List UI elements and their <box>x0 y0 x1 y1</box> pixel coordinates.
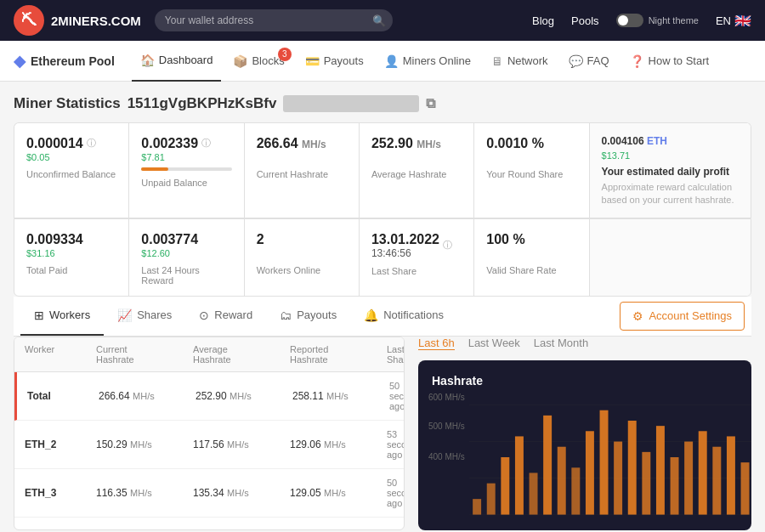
language-selector[interactable]: EN 🇬🇧 <box>716 13 751 29</box>
chart-label-400: 400 MH/s <box>428 452 465 461</box>
svg-rect-10 <box>558 447 566 515</box>
svg-rect-11 <box>571 467 580 514</box>
nav-miners-label: Miners Online <box>403 54 471 67</box>
eth-icon: ◆ <box>14 52 26 71</box>
main-content: Miner Statistics 1511gVgBKPHzKsBfv ⧉ 0.0… <box>0 82 765 532</box>
unpaid-value: 0.002339 <box>141 135 198 151</box>
estimated-label: Your estimated daily profit <box>602 166 739 178</box>
theme-toggle: Night theme <box>616 14 699 27</box>
nav-faq[interactable]: 💬 FAQ <box>560 41 618 82</box>
svg-rect-9 <box>543 416 552 515</box>
payouts-tab-icon: 🗂 <box>280 308 292 322</box>
tab-reward[interactable]: ⊙ Reward <box>185 297 266 336</box>
estimated-desc: Approximate reward calculation based on … <box>602 181 739 207</box>
worker-reported: 129.06 MH/s <box>290 439 383 450</box>
worker-last-share: 50 seconds ago <box>387 478 405 508</box>
tab-settings-label: Account Settings <box>649 309 732 322</box>
unconfirmed-value: 0.000014 <box>26 135 83 151</box>
col-worker: Worker <box>25 344 93 365</box>
svg-rect-5 <box>487 484 496 515</box>
faq-icon: 💬 <box>569 54 583 68</box>
howto-icon: ❓ <box>630 54 644 68</box>
round-share-value: 0.0010 % <box>486 135 576 151</box>
worker-last-share: 53 seconds ago <box>387 429 405 460</box>
svg-rect-21 <box>712 447 721 515</box>
nav-dashboard[interactable]: 🏠 Dashboard <box>132 41 222 82</box>
svg-rect-8 <box>530 473 538 514</box>
svg-rect-16 <box>642 452 650 515</box>
workers-tab-icon: ⊞ <box>34 308 44 322</box>
current-hashrate-value: 266.64 MH/s <box>257 135 347 151</box>
chart-tab-month[interactable]: Last Month <box>534 337 588 350</box>
24h-reward-sub: $12.60 <box>141 248 231 258</box>
worker-average: 252.90 MH/s <box>196 390 289 402</box>
tab-shares[interactable]: 📈 Shares <box>104 297 185 336</box>
info-icon-unconfirmed[interactable]: ⓘ <box>87 137 96 150</box>
nav-network-label: Network <box>507 54 548 67</box>
stat-estimated-daily: 0.004106 ETH $13.71 Your estimated daily… <box>590 123 751 218</box>
last-share-label: Last Share <box>371 266 462 276</box>
total-paid-value: 0.009334 <box>26 231 116 247</box>
blocks-icon: 📦 <box>233 54 247 68</box>
worker-name: ETH_3 <box>25 487 93 499</box>
svg-rect-6 <box>501 457 509 515</box>
unconfirmed-label: Unconfirmed Balance <box>26 169 116 179</box>
tab-payouts[interactable]: 🗂 Payouts <box>266 297 350 336</box>
tab-workers[interactable]: ⊞ Workers <box>20 297 104 336</box>
svg-rect-15 <box>628 421 637 515</box>
blog-link[interactable]: Blog <box>532 14 554 27</box>
tab-notifications-label: Notifications <box>383 308 444 321</box>
stat-current-hashrate: 266.64 MH/s - Current Hashrate <box>245 123 360 218</box>
notifications-tab-icon: 🔔 <box>364 308 378 322</box>
avg-hashrate-label: Average Hashrate <box>371 169 462 179</box>
unpaid-label: Unpaid Balance <box>141 178 231 188</box>
total-paid-label: Total Paid <box>26 265 116 275</box>
search-bar: 🔍 <box>155 9 393 31</box>
nav-miners[interactable]: 👤 Miners Online <box>376 41 479 82</box>
svg-rect-7 <box>515 436 524 514</box>
col-current: CurrentHashrate <box>96 344 190 365</box>
copy-button[interactable]: ⧉ <box>426 96 435 111</box>
search-icon[interactable]: 🔍 <box>372 14 386 27</box>
shares-tab-icon: 📈 <box>117 308 132 322</box>
nav-blocks[interactable]: 📦 Blocks 3 <box>224 41 292 82</box>
stat-empty-r2 <box>590 219 751 296</box>
info-icon-last-share[interactable]: ⓘ <box>443 239 452 252</box>
worker-last-share: 50 seconds ago <box>389 381 405 411</box>
miner-title-bar: Miner Statistics 1511gVgBKPHzKsBfv ⧉ <box>14 95 751 112</box>
round-share-label: Your Round Share <box>486 169 576 179</box>
unpaid-progress-fill <box>141 167 168 171</box>
blocks-badge: 3 <box>278 48 292 61</box>
toggle-knob <box>618 15 628 25</box>
last-share-date: 13.01.2022 <box>371 231 439 247</box>
svg-rect-4 <box>473 499 481 514</box>
stat-avg-hashrate: 252.90 MH/s - Average Hashrate <box>360 123 474 218</box>
col-average: AverageHashrate <box>193 344 286 365</box>
tab-account-settings[interactable]: ⚙ Account Settings <box>620 302 745 331</box>
nav-howto[interactable]: ❓ How to Start <box>621 41 718 82</box>
tab-notifications[interactable]: 🔔 Notifications <box>350 297 457 336</box>
stat-last-share: 13.01.2022 13:46:56 ⓘ Last Share <box>360 219 474 296</box>
worker-name: ETH_2 <box>25 439 93 450</box>
last-share-time: 13:46:56 <box>371 247 439 259</box>
valid-share-label: Valid Share Rate <box>486 265 576 275</box>
content-tabs: ⊞ Workers 📈 Shares ⊙ Reward 🗂 Payouts 🔔 … <box>14 297 751 337</box>
nav-network[interactable]: 🖥 Network <box>483 41 557 82</box>
flag-icon: 🇬🇧 <box>734 13 751 29</box>
nav-payouts[interactable]: 💳 Payouts <box>297 41 372 82</box>
search-input[interactable] <box>155 9 393 31</box>
pool-name-text: Ethereum Pool <box>31 54 115 68</box>
worker-average: 135.34 MH/s <box>193 487 286 499</box>
hashrate-chart: Hashrate 600 MH/s 500 MH/s 400 MH/s <box>418 360 751 530</box>
chart-tab-week[interactable]: Last Week <box>468 337 520 350</box>
worker-current: 150.29 MH/s <box>96 439 190 450</box>
pools-link[interactable]: Pools <box>571 14 599 27</box>
pool-nav: ◆ Ethereum Pool 🏠 Dashboard 📦 Blocks 3 💳… <box>0 41 765 82</box>
estimated-usd: $13.71 <box>602 150 739 161</box>
theme-switch[interactable] <box>616 14 643 27</box>
worker-reported: 258.11 MH/s <box>292 390 386 402</box>
svg-rect-19 <box>684 442 693 515</box>
info-icon-unpaid[interactable]: ⓘ <box>201 137 211 150</box>
header-nav: Blog Pools Night theme EN 🇬🇧 <box>532 13 751 29</box>
chart-tab-6h[interactable]: Last 6h <box>418 337 455 350</box>
